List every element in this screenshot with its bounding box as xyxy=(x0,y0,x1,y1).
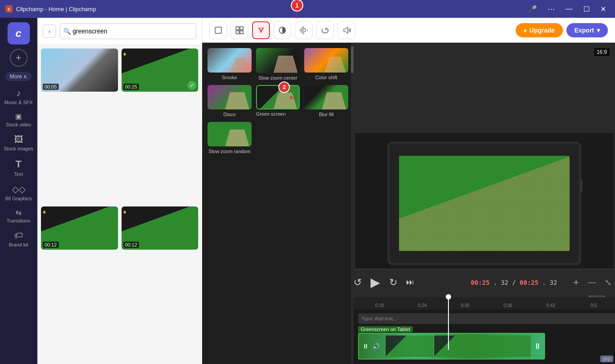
rewind-button[interactable]: ↺ xyxy=(354,277,362,288)
ruler-mark: 0:18 xyxy=(358,303,401,308)
media-item[interactable]: ♦ 00:12 xyxy=(122,206,199,250)
mic-button[interactable]: 🎤 xyxy=(525,3,541,15)
maximize-button[interactable]: ☐ xyxy=(580,3,593,15)
ruler-mark: 0:5 xyxy=(572,303,615,308)
timeline-add-button[interactable]: + xyxy=(573,277,579,288)
sidebar-item-music-sfx[interactable]: ♪ Music & SFX xyxy=(0,85,37,109)
timeline-expand-button[interactable]: ⤡ xyxy=(605,278,611,287)
text-icon: T xyxy=(16,158,21,170)
chevron-icon: ∧ xyxy=(23,73,27,80)
search-input[interactable] xyxy=(60,23,196,39)
filter-label-color-shift: Color shift xyxy=(315,75,338,80)
skip-end-button[interactable]: ⏭ xyxy=(406,278,414,287)
timeline-controls: ↺ ▶ ↻ ⏭ 00:25 . 32 / 00:25 . 32 + xyxy=(354,269,615,295)
check-icon: ✓ xyxy=(187,81,196,90)
brightness-button[interactable] xyxy=(295,21,313,39)
volume-button[interactable] xyxy=(338,21,355,39)
filter-item-smoke[interactable]: Smoke xyxy=(208,48,252,81)
fast-forward-button[interactable]: ↻ xyxy=(389,277,397,288)
diamond-icon: ♦ xyxy=(524,27,527,34)
sidebar: c + More ∧ ♪ Music & SFX ▣ Stock video 🖼… xyxy=(0,18,37,364)
sidebar-item-transitions[interactable]: ⇆ Transitions xyxy=(0,205,37,227)
time-frames1: 32 xyxy=(501,279,509,286)
graphics-icon: ◇◇ xyxy=(12,184,25,194)
aspect-ratio-badge: 16:9 xyxy=(594,48,610,56)
filter-thumb-slow-zoom-random xyxy=(208,122,252,146)
more-label: More xyxy=(10,73,22,80)
track-end-icon: ⏸ xyxy=(534,342,542,351)
media-duration: 00:05 xyxy=(43,84,59,90)
search-icon: 🔍 xyxy=(63,28,71,35)
step1-badge: 1 xyxy=(291,0,303,12)
stock-video-icon: ▣ xyxy=(15,112,22,121)
title-bar-title: Clipchamp - Home | Clipchamp xyxy=(16,6,525,12)
contrast-button[interactable] xyxy=(273,21,291,39)
filter-label-blur-fill: Blur fill xyxy=(319,112,334,117)
minimize-button[interactable]: — xyxy=(562,3,576,15)
more-button[interactable]: ⋯ xyxy=(544,3,558,15)
video-track-label: Greenscreen on Tablet xyxy=(358,327,611,332)
export-label: Export xyxy=(574,27,594,34)
tablet-screen xyxy=(399,156,570,251)
time-dot2: . xyxy=(542,279,546,286)
filter-item-slow-zoom-center[interactable]: Slow zoom center xyxy=(256,48,300,81)
video-track[interactable]: ⏸ 🔊 ⏸ xyxy=(358,333,545,360)
music-label: Music & SFX xyxy=(4,100,33,105)
timeline-ruler: 0:18 0:24 0:30 0:36 0:42 0:5 xyxy=(354,297,615,310)
upgrade-button[interactable]: ♦ Upgrade xyxy=(516,23,563,37)
svg-line-7 xyxy=(261,28,263,31)
media-item[interactable]: 00:05 xyxy=(41,49,118,92)
filter-item-color-shift[interactable]: Color shift xyxy=(304,48,348,81)
filter-item-disco[interactable]: Disco xyxy=(208,85,252,118)
filter-thumb-disco xyxy=(208,85,252,109)
filter-item-slow-zoom-random[interactable]: Slow zoom random xyxy=(208,122,252,154)
time-frames2: 32 xyxy=(550,279,557,286)
svg-rect-2 xyxy=(240,27,243,30)
sidebar-logo: c xyxy=(8,22,30,44)
main-layout: c + More ∧ ♪ Music & SFX ▣ Stock video 🖼… xyxy=(0,18,615,364)
timeline-zoom-out-button[interactable]: — xyxy=(588,278,596,287)
sidebar-item-stock-images[interactable]: 🖼 Stock images xyxy=(0,131,37,155)
timeline-time: 00:25 . 32 / 00:25 . 32 xyxy=(471,279,557,286)
play-button[interactable]: ▶ xyxy=(371,275,380,290)
sidebar-item-graphics[interactable]: ◇◇ 88 Graphics xyxy=(0,180,37,205)
video-preview: 16:9 xyxy=(354,43,615,364)
export-button[interactable]: Export ▾ xyxy=(566,23,608,37)
svg-rect-4 xyxy=(240,31,243,34)
time-total: 00:25 xyxy=(520,279,538,286)
stock-images-icon: 🖼 xyxy=(14,134,23,145)
fit-button[interactable] xyxy=(231,21,248,39)
filter-label-green-screen: Green screen xyxy=(256,111,286,117)
filter-grid: Smoke Slow zoom center Col xyxy=(208,48,348,154)
media-item[interactable]: ♦ 00:12 xyxy=(41,206,118,250)
filter-button[interactable] xyxy=(252,21,270,39)
media-item[interactable]: ♦ 00:25 ✓ xyxy=(122,49,199,92)
svg-line-14 xyxy=(325,29,326,30)
chevron-down-icon: ▾ xyxy=(597,27,600,34)
sidebar-more[interactable]: More ∧ xyxy=(5,72,32,81)
graphics-label: 88 Graphics xyxy=(5,196,32,201)
sidebar-item-stock-video[interactable]: ▣ Stock video xyxy=(0,109,37,131)
speed-button[interactable] xyxy=(316,21,334,39)
search-back-button[interactable]: ‹ xyxy=(43,24,56,38)
timeline-playhead xyxy=(448,296,449,350)
time-current: 00:25 xyxy=(471,279,489,286)
transitions-label: Transitions xyxy=(7,218,30,223)
add-media-button[interactable]: + xyxy=(10,49,28,67)
svg-rect-3 xyxy=(236,31,239,34)
sidebar-item-brand-kit[interactable]: 🏷 Brand kit xyxy=(0,227,37,251)
filter-item-blur-fill[interactable]: Blur fill xyxy=(304,85,348,118)
toolbar: ♦ Upgrade Export ▾ xyxy=(202,18,615,43)
filter-item-green-screen[interactable]: Green screen 2 ↖ xyxy=(256,85,300,118)
filter-thumb-blur-fill xyxy=(304,85,348,109)
video-track-container: Greenscreen on Tablet ⏸ 🔊 xyxy=(358,327,611,360)
watermark: php xyxy=(600,356,613,362)
media-panel: ‹ 🔍 00:05 ♦ 00:25 ✓ ♦ 00:12 xyxy=(37,18,202,364)
track-volume-icon: 🔊 xyxy=(372,343,380,350)
filter-label-slow-zoom-center: Slow zoom center xyxy=(258,75,297,81)
crown-icon: ♦ xyxy=(43,208,46,215)
playhead-dot xyxy=(446,294,451,299)
crop-button[interactable] xyxy=(209,21,227,39)
close-button[interactable]: ✕ xyxy=(597,3,610,15)
sidebar-item-text[interactable]: T Text xyxy=(0,155,37,180)
